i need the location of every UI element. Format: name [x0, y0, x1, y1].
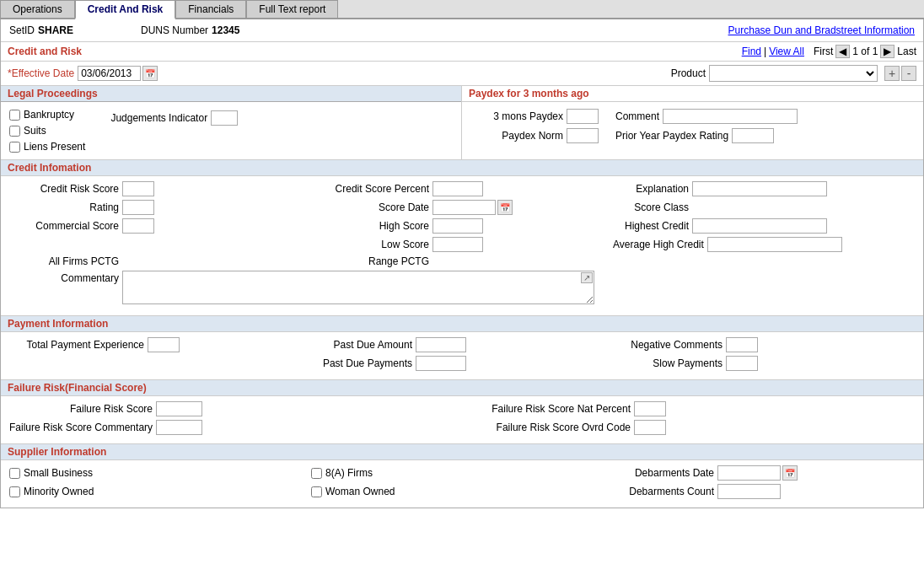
paydex-row-1: 3 mons Paydex Comment — [470, 109, 915, 124]
commercial-score-input[interactable] — [122, 218, 154, 234]
pi-row-2: Past Due Payments Slow Payments — [9, 356, 915, 371]
judgements-input[interactable] — [211, 110, 238, 126]
suits-checkbox-label[interactable]: Suits — [9, 125, 85, 137]
bankruptcy-checkbox-label[interactable]: Bankruptcy — [9, 109, 85, 121]
minority-owned-checkbox-label[interactable]: Minority Owned — [9, 486, 94, 497]
duns-label: DUNS Number — [141, 24, 208, 36]
liens-present-checkbox-label[interactable]: Liens Present — [9, 141, 85, 153]
product-label: Product — [671, 67, 706, 79]
commentary-row: Commentary ↗ — [9, 271, 915, 307]
eight-a-firms-checkbox[interactable] — [311, 468, 322, 479]
explanation-input[interactable] — [692, 181, 827, 196]
past-due-payments-label: Past Due Payments — [311, 357, 412, 369]
effective-date-label: *Effective Date — [8, 67, 74, 79]
prior-year-input[interactable] — [732, 128, 774, 143]
debarments-count-input[interactable] — [717, 484, 781, 499]
mons-paydex-input[interactable] — [567, 109, 599, 124]
suits-checkbox[interactable] — [9, 126, 20, 137]
score-date-input[interactable] — [432, 200, 496, 215]
tab-operations[interactable]: Operations — [0, 0, 75, 18]
effective-date-input[interactable] — [78, 66, 141, 81]
bankruptcy-checkbox[interactable] — [9, 110, 20, 121]
paydex-title: Paydex for 3 months ago — [469, 88, 589, 99]
purchase-link[interactable]: Purchase Dun and Bradstreet Information — [728, 24, 915, 36]
liens-present-checkbox[interactable] — [9, 142, 20, 153]
debarments-date-label: Debarments Date — [613, 467, 714, 479]
fr-col-1b: Failure Risk Score Commentary — [9, 420, 462, 435]
view-all-link[interactable]: View All — [769, 46, 804, 57]
high-score-input[interactable] — [432, 218, 483, 234]
slow-payments-input[interactable] — [726, 356, 758, 371]
payment-information-section: Payment Information Total Payment Experi… — [1, 316, 923, 380]
credit-info-title: Credit Infomation — [8, 162, 91, 174]
failure-risk-ovrd-input[interactable] — [634, 420, 666, 435]
past-due-amount-input[interactable] — [416, 337, 466, 352]
score-date-label: Score Date — [311, 201, 429, 213]
credit-risk-score-input[interactable] — [122, 181, 154, 196]
highest-credit-input[interactable] — [692, 218, 827, 234]
nav-next-icon[interactable]: ▶ — [880, 45, 894, 58]
supplier-info-content: Small Business 8(A) Firms Debarments Dat… — [1, 460, 923, 508]
score-date-calendar-icon[interactable]: 📅 — [497, 200, 513, 215]
debarments-date-calendar-icon[interactable]: 📅 — [782, 465, 798, 481]
woman-owned-checkbox[interactable] — [311, 486, 322, 497]
tab-financials[interactable]: Financials — [175, 0, 246, 18]
credit-score-percent-label: Credit Score Percent — [311, 183, 429, 195]
pi-col-2: Past Due Amount — [311, 337, 613, 352]
total-payment-label: Total Payment Experience — [9, 339, 144, 351]
debarments-date-input[interactable] — [717, 465, 781, 481]
score-class-label: Score Class — [613, 201, 689, 213]
tab-credit-and-risk[interactable]: Credit And Risk — [75, 0, 176, 19]
comment-input[interactable] — [663, 109, 798, 124]
past-due-amount-label: Past Due Amount — [311, 339, 412, 351]
woman-owned-checkbox-label[interactable]: Woman Owned — [311, 486, 395, 497]
add-button[interactable]: + — [884, 66, 900, 81]
credit-information-section: Credit Infomation Credit Risk Score Cred… — [1, 160, 923, 316]
negative-comments-label: Negative Comments — [613, 339, 723, 351]
credit-info-header: Credit Infomation — [1, 160, 923, 176]
paydex-panel: Paydex for 3 months ago 3 mons Paydex Co… — [462, 86, 923, 159]
supplier-information-section: Supplier Information Small Business 8(A)… — [1, 444, 923, 508]
credit-risk-score-label: Credit Risk Score — [9, 183, 119, 195]
remove-button[interactable]: - — [901, 66, 916, 81]
failure-risk-commentary-label: Failure Risk Score Commentary — [9, 422, 153, 433]
prior-year-label: Prior Year Paydex Rating — [615, 130, 728, 142]
past-due-payments-input[interactable] — [416, 356, 466, 371]
fr-col-2b: Failure Risk Score Ovrd Code — [462, 420, 915, 435]
average-high-credit-input[interactable] — [707, 237, 842, 252]
ci-col-3c: Highest Credit — [613, 218, 915, 234]
failure-risk-nat-percent-input[interactable] — [634, 401, 666, 416]
credit-info-content: Credit Risk Score Credit Score Percent E… — [1, 176, 923, 315]
find-link[interactable]: Find — [742, 46, 761, 57]
commentary-textarea[interactable] — [122, 271, 594, 304]
minority-owned-checkbox[interactable] — [9, 486, 20, 497]
negative-comments-input[interactable] — [726, 337, 758, 352]
slow-payments-label: Slow Payments — [613, 357, 723, 369]
ci-col-2: Credit Score Percent — [311, 181, 613, 196]
nav-prev-icon[interactable]: ◀ — [835, 45, 850, 58]
small-business-checkbox-label[interactable]: Small Business — [9, 467, 93, 479]
paydex-norm-input[interactable] — [567, 128, 599, 143]
rating-input[interactable] — [122, 200, 154, 215]
small-business-checkbox[interactable] — [9, 468, 20, 479]
effective-date-calendar-icon[interactable]: 📅 — [142, 66, 158, 81]
credit-score-percent-input[interactable] — [432, 181, 483, 196]
judgements-area: Judgements Indicator — [110, 110, 238, 126]
pi-col-1: Total Payment Experience — [9, 337, 311, 352]
fr-col-1: Failure Risk Score — [9, 401, 462, 416]
tab-full-text-report[interactable]: Full Text report — [246, 0, 338, 18]
explanation-label: Explanation — [613, 183, 689, 195]
fr-row-2: Failure Risk Score Commentary Failure Ri… — [9, 420, 915, 435]
product-select[interactable] — [709, 65, 878, 82]
eight-a-firms-checkbox-label[interactable]: 8(A) Firms — [311, 467, 373, 479]
low-score-input[interactable] — [432, 237, 483, 252]
failure-risk-commentary-input[interactable] — [156, 420, 202, 435]
commercial-score-label: Commercial Score — [9, 220, 119, 232]
ci-col-1b: Rating — [9, 200, 311, 215]
fr-row-1: Failure Risk Score Failure Risk Score Na… — [9, 401, 915, 416]
commentary-expand-icon[interactable]: ↗ — [581, 272, 593, 283]
failure-risk-score-input[interactable] — [156, 401, 202, 416]
total-payment-input[interactable] — [148, 337, 180, 352]
nav-first: First — [814, 46, 833, 57]
mons-paydex-label: 3 mons Paydex — [470, 110, 563, 122]
